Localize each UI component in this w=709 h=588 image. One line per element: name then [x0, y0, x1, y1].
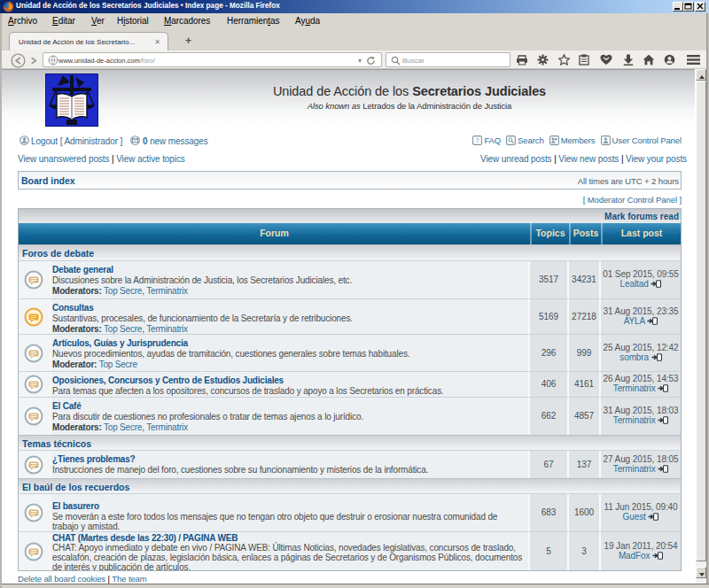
svg-text:?: ?	[476, 136, 480, 144]
